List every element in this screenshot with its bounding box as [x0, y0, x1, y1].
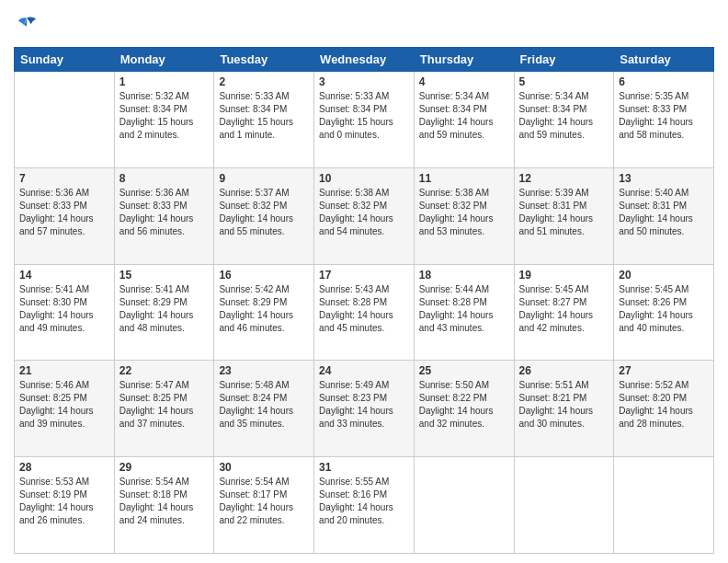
day-info: Sunrise: 5:44 AM Sunset: 8:28 PM Dayligh…: [419, 283, 509, 335]
calendar-cell: 29Sunrise: 5:54 AM Sunset: 8:18 PM Dayli…: [114, 457, 214, 554]
day-number: 19: [519, 269, 609, 282]
calendar-cell: 22Sunrise: 5:47 AM Sunset: 8:25 PM Dayli…: [114, 361, 214, 457]
calendar-cell: 25Sunrise: 5:50 AM Sunset: 8:22 PM Dayli…: [414, 361, 514, 457]
calendar-week-row: 7Sunrise: 5:36 AM Sunset: 8:33 PM Daylig…: [15, 167, 714, 264]
day-number: 4: [419, 75, 509, 88]
header: [14, 14, 714, 40]
page: SundayMondayTuesdayWednesdayThursdayFrid…: [0, 0, 728, 563]
day-number: 26: [519, 364, 609, 377]
day-info: Sunrise: 5:43 AM Sunset: 8:28 PM Dayligh…: [319, 283, 409, 335]
day-info: Sunrise: 5:42 AM Sunset: 8:29 PM Dayligh…: [219, 283, 309, 335]
day-info: Sunrise: 5:41 AM Sunset: 8:29 PM Dayligh…: [119, 283, 210, 335]
calendar-cell: 30Sunrise: 5:54 AM Sunset: 8:17 PM Dayli…: [214, 457, 314, 554]
calendar-table: SundayMondayTuesdayWednesdayThursdayFrid…: [14, 47, 714, 554]
day-number: 22: [119, 364, 210, 377]
day-number: 21: [19, 364, 109, 377]
calendar-cell: 2Sunrise: 5:33 AM Sunset: 8:34 PM Daylig…: [214, 72, 314, 168]
day-number: 15: [119, 269, 210, 282]
calendar-cell: 8Sunrise: 5:36 AM Sunset: 8:33 PM Daylig…: [114, 167, 214, 264]
day-info: Sunrise: 5:49 AM Sunset: 8:23 PM Dayligh…: [319, 379, 409, 431]
calendar-cell: 9Sunrise: 5:37 AM Sunset: 8:32 PM Daylig…: [214, 167, 314, 264]
calendar-week-row: 1Sunrise: 5:32 AM Sunset: 8:34 PM Daylig…: [15, 72, 714, 168]
day-info: Sunrise: 5:35 AM Sunset: 8:33 PM Dayligh…: [619, 90, 709, 142]
logo-icon: [14, 14, 40, 40]
weekday-header: Thursday: [414, 48, 514, 72]
calendar-cell: 6Sunrise: 5:35 AM Sunset: 8:33 PM Daylig…: [614, 72, 714, 168]
day-info: Sunrise: 5:38 AM Sunset: 8:32 PM Dayligh…: [419, 187, 509, 238]
day-info: Sunrise: 5:55 AM Sunset: 8:16 PM Dayligh…: [319, 476, 409, 527]
day-number: 27: [619, 364, 709, 377]
day-info: Sunrise: 5:53 AM Sunset: 8:19 PM Dayligh…: [19, 476, 109, 527]
calendar-cell: 7Sunrise: 5:36 AM Sunset: 8:33 PM Daylig…: [15, 167, 115, 264]
calendar-cell: 16Sunrise: 5:42 AM Sunset: 8:29 PM Dayli…: [214, 264, 314, 361]
calendar-cell: 26Sunrise: 5:51 AM Sunset: 8:21 PM Dayli…: [514, 361, 614, 457]
day-number: 10: [319, 172, 409, 185]
day-info: Sunrise: 5:45 AM Sunset: 8:26 PM Dayligh…: [619, 283, 709, 335]
day-number: 25: [419, 364, 509, 377]
day-info: Sunrise: 5:41 AM Sunset: 8:30 PM Dayligh…: [19, 283, 109, 335]
day-number: 12: [519, 172, 609, 185]
weekday-header: Monday: [114, 48, 214, 72]
day-info: Sunrise: 5:40 AM Sunset: 8:31 PM Dayligh…: [619, 187, 709, 238]
day-number: 29: [119, 461, 210, 474]
calendar-week-row: 14Sunrise: 5:41 AM Sunset: 8:30 PM Dayli…: [15, 264, 714, 361]
day-number: 16: [219, 269, 309, 282]
calendar-cell: 28Sunrise: 5:53 AM Sunset: 8:19 PM Dayli…: [15, 457, 115, 554]
day-number: 31: [319, 461, 409, 474]
day-info: Sunrise: 5:32 AM Sunset: 8:34 PM Dayligh…: [119, 90, 210, 142]
day-info: Sunrise: 5:54 AM Sunset: 8:18 PM Dayligh…: [119, 476, 210, 527]
calendar-cell: [514, 457, 614, 554]
day-number: 20: [619, 269, 709, 282]
calendar-cell: 31Sunrise: 5:55 AM Sunset: 8:16 PM Dayli…: [314, 457, 415, 554]
calendar-cell: 4Sunrise: 5:34 AM Sunset: 8:34 PM Daylig…: [414, 72, 514, 168]
day-info: Sunrise: 5:48 AM Sunset: 8:24 PM Dayligh…: [219, 379, 309, 431]
calendar-cell: [15, 72, 115, 168]
day-info: Sunrise: 5:45 AM Sunset: 8:27 PM Dayligh…: [519, 283, 609, 335]
day-number: 30: [219, 461, 309, 474]
calendar-cell: 14Sunrise: 5:41 AM Sunset: 8:30 PM Dayli…: [15, 264, 115, 361]
calendar-cell: 3Sunrise: 5:33 AM Sunset: 8:34 PM Daylig…: [314, 72, 415, 168]
calendar-week-row: 28Sunrise: 5:53 AM Sunset: 8:19 PM Dayli…: [15, 457, 714, 554]
calendar-week-row: 21Sunrise: 5:46 AM Sunset: 8:25 PM Dayli…: [15, 361, 714, 457]
calendar-cell: [414, 457, 514, 554]
calendar-cell: 1Sunrise: 5:32 AM Sunset: 8:34 PM Daylig…: [114, 72, 214, 168]
day-number: 18: [419, 269, 509, 282]
day-number: 6: [619, 75, 709, 88]
day-info: Sunrise: 5:50 AM Sunset: 8:22 PM Dayligh…: [419, 379, 509, 431]
calendar-cell: 19Sunrise: 5:45 AM Sunset: 8:27 PM Dayli…: [514, 264, 614, 361]
calendar-cell: 20Sunrise: 5:45 AM Sunset: 8:26 PM Dayli…: [614, 264, 714, 361]
day-info: Sunrise: 5:33 AM Sunset: 8:34 PM Dayligh…: [319, 90, 409, 142]
day-number: 14: [19, 269, 109, 282]
calendar-cell: 17Sunrise: 5:43 AM Sunset: 8:28 PM Dayli…: [314, 264, 415, 361]
day-info: Sunrise: 5:34 AM Sunset: 8:34 PM Dayligh…: [519, 90, 609, 142]
day-number: 11: [419, 172, 509, 185]
day-number: 3: [319, 75, 409, 88]
day-info: Sunrise: 5:39 AM Sunset: 8:31 PM Dayligh…: [519, 187, 609, 238]
calendar-cell: 12Sunrise: 5:39 AM Sunset: 8:31 PM Dayli…: [514, 167, 614, 264]
day-number: 9: [219, 172, 309, 185]
weekday-header: Saturday: [614, 48, 714, 72]
day-number: 2: [219, 75, 309, 88]
day-info: Sunrise: 5:36 AM Sunset: 8:33 PM Dayligh…: [119, 187, 210, 238]
day-number: 5: [519, 75, 609, 88]
day-info: Sunrise: 5:46 AM Sunset: 8:25 PM Dayligh…: [19, 379, 109, 431]
calendar-cell: [614, 457, 714, 554]
calendar-cell: 13Sunrise: 5:40 AM Sunset: 8:31 PM Dayli…: [614, 167, 714, 264]
calendar-cell: 23Sunrise: 5:48 AM Sunset: 8:24 PM Dayli…: [214, 361, 314, 457]
weekday-header: Sunday: [15, 48, 115, 72]
weekday-header: Friday: [514, 48, 614, 72]
day-number: 7: [19, 172, 109, 185]
calendar-cell: 15Sunrise: 5:41 AM Sunset: 8:29 PM Dayli…: [114, 264, 214, 361]
calendar-cell: 27Sunrise: 5:52 AM Sunset: 8:20 PM Dayli…: [614, 361, 714, 457]
day-number: 24: [319, 364, 409, 377]
day-info: Sunrise: 5:34 AM Sunset: 8:34 PM Dayligh…: [419, 90, 509, 142]
weekday-header: Tuesday: [214, 48, 314, 72]
day-info: Sunrise: 5:36 AM Sunset: 8:33 PM Dayligh…: [19, 187, 109, 238]
calendar-cell: 24Sunrise: 5:49 AM Sunset: 8:23 PM Dayli…: [314, 361, 415, 457]
calendar-cell: 11Sunrise: 5:38 AM Sunset: 8:32 PM Dayli…: [414, 167, 514, 264]
calendar-cell: 5Sunrise: 5:34 AM Sunset: 8:34 PM Daylig…: [514, 72, 614, 168]
calendar-cell: 10Sunrise: 5:38 AM Sunset: 8:32 PM Dayli…: [314, 167, 415, 264]
day-number: 13: [619, 172, 709, 185]
calendar-cell: 18Sunrise: 5:44 AM Sunset: 8:28 PM Dayli…: [414, 264, 514, 361]
weekday-header: Wednesday: [314, 48, 415, 72]
